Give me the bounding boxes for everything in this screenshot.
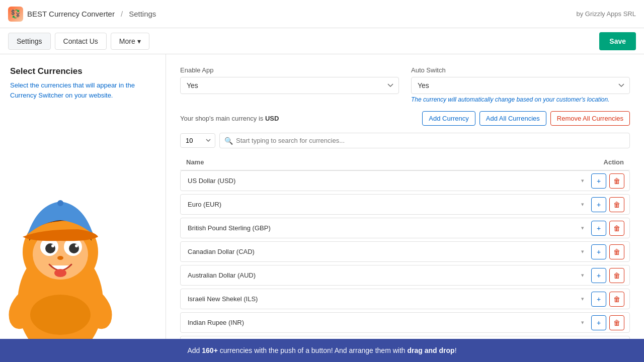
settings-nav-label: Settings (17, 37, 42, 45)
chevron-down-icon: ▾ (581, 296, 584, 302)
breadcrumb-current: Settings (129, 10, 156, 18)
search-input[interactable] (219, 133, 630, 148)
currency-action-cell: + 🗑 (591, 244, 629, 259)
add-currency-row-button[interactable]: + (591, 197, 606, 212)
table-header: Name Action (180, 154, 630, 170)
col-action-header: Action (604, 158, 624, 166)
table-row: Australian Dollar (AUD) ▾ + 🗑 (180, 265, 630, 286)
auto-switch-label: Auto Switch (411, 66, 630, 74)
currency-name-text: British Pound Sterling (GBP) (188, 224, 271, 232)
table-row: US Dollar (USD) ▾ + 🗑 (180, 170, 630, 191)
app-author: by Grizzly Apps SRL (577, 10, 636, 18)
currency-name-cell[interactable]: Israeli New Shekel (ILS) ▾ (181, 289, 591, 309)
mascot-svg (0, 166, 126, 339)
currency-action-cell: + 🗑 (591, 197, 629, 212)
add-currency-row-button[interactable]: + (591, 173, 606, 189)
search-icon: 🔍 (224, 137, 233, 145)
auto-switch-group: Auto Switch Yes No The currency will aut… (411, 66, 630, 103)
add-currency-row-button[interactable]: + (591, 339, 606, 339)
add-currency-button[interactable]: Add Currency (422, 111, 475, 126)
app-logo: 💱 (8, 7, 23, 22)
svg-point-7 (51, 244, 54, 247)
table-row: British Pound Sterling (GBP) ▾ + 🗑 (180, 218, 630, 238)
delete-currency-row-button[interactable]: 🗑 (609, 339, 624, 339)
chevron-down-icon: ▾ (137, 37, 141, 45)
currency-list: US Dollar (USD) ▾ + 🗑 Euro (EUR) ▾ + 🗑 B… (180, 170, 630, 339)
nav-bar: Settings Contact Us More ▾ Save (0, 28, 644, 54)
svg-point-8 (75, 244, 78, 247)
auto-switch-note: The currency will automatically change b… (411, 96, 630, 103)
chevron-down-icon: ▾ (581, 225, 584, 231)
chevron-down-icon: ▾ (581, 319, 584, 326)
app-name: BEST Currency Converter (27, 10, 115, 18)
currency-name-cell[interactable]: Australian Dollar (AUD) ▾ (181, 265, 591, 285)
currency-name-text: Australian Dollar (AUD) (188, 272, 256, 279)
currency-name-cell[interactable]: Euro (EUR) ▾ (181, 195, 591, 214)
main-content: Enable App Yes No Auto Switch Yes No The… (166, 54, 644, 339)
svg-point-12 (30, 295, 91, 335)
currency-name-cell[interactable]: Bitcoin (BTC) ▾ (181, 336, 591, 339)
save-button[interactable]: Save (599, 32, 636, 50)
banner-end: ! (455, 346, 457, 354)
currency-name-cell[interactable]: British Pound Sterling (GBP) ▾ (181, 218, 591, 238)
add-currency-row-button[interactable]: + (591, 315, 606, 330)
enable-app-select[interactable]: Yes No (180, 77, 399, 94)
currency-name-cell[interactable]: US Dollar (USD) ▾ (181, 171, 591, 191)
add-currency-row-button[interactable]: + (591, 268, 606, 283)
svg-point-9 (57, 256, 63, 260)
banner-drag: drag and drop (408, 346, 455, 354)
top-bar: 💱 BEST Currency Converter / Settings by … (0, 0, 644, 28)
svg-point-11 (57, 200, 63, 206)
currency-name-cell[interactable]: Canadian Dollar (CAD) ▾ (181, 242, 591, 261)
chevron-down-icon: ▾ (581, 201, 584, 208)
mascot-illustration (0, 166, 146, 339)
auto-switch-select[interactable]: Yes No (411, 77, 630, 94)
chevron-down-icon: ▾ (581, 177, 584, 184)
currency-action-cell: + 🗑 (591, 268, 629, 283)
currency-name-text: Canadian Dollar (CAD) (188, 248, 255, 255)
more-nav-label: More (119, 37, 135, 45)
table-row: Indian Rupee (INR) ▾ + 🗑 (180, 312, 630, 333)
table-row: Israeli New Shekel (ILS) ▾ + 🗑 (180, 289, 630, 309)
per-page-select[interactable]: 10 25 50 (180, 133, 215, 148)
main-currency-code: USD (265, 115, 279, 122)
sidebar-title: Select Currencies (10, 66, 155, 76)
main-currency-text: Your shop's main currency is USD (180, 115, 279, 122)
table-row: Euro (EUR) ▾ + 🗑 (180, 194, 630, 215)
delete-currency-row-button[interactable]: 🗑 (609, 173, 624, 189)
currency-name-text: US Dollar (USD) (188, 177, 235, 185)
banner-text: Add 160+ currencies with the push of a b… (187, 346, 456, 354)
sidebar: Select Currencies Select the currencies … (0, 54, 166, 339)
more-nav-button[interactable]: More ▾ (111, 33, 149, 50)
settings-nav-button[interactable]: Settings (8, 33, 51, 50)
currency-action-cell: + 🗑 (591, 339, 629, 339)
delete-currency-row-button[interactable]: 🗑 (609, 244, 624, 259)
currency-action-cell: + 🗑 (591, 315, 629, 330)
delete-currency-row-button[interactable]: 🗑 (609, 221, 624, 236)
main-layout: Select Currencies Select the currencies … (0, 54, 644, 339)
enable-app-label: Enable App (180, 66, 399, 74)
contact-us-nav-button[interactable]: Contact Us (55, 33, 107, 50)
chevron-down-icon: ▾ (581, 248, 584, 255)
currency-name-text: Israeli New Shekel (ILS) (188, 295, 258, 303)
add-currency-row-button[interactable]: + (591, 244, 606, 259)
delete-currency-row-button[interactable]: 🗑 (609, 197, 624, 212)
currency-action-cell: + 🗑 (591, 221, 629, 236)
add-all-currencies-button[interactable]: Add All Currencies (479, 111, 546, 126)
add-currency-row-button[interactable]: + (591, 221, 606, 236)
sidebar-description: Select the currencies that will appear i… (10, 80, 155, 100)
bottom-banner: Add 160+ currencies with the push of a b… (0, 339, 644, 362)
delete-currency-row-button[interactable]: 🗑 (609, 268, 624, 283)
delete-currency-row-button[interactable]: 🗑 (609, 315, 624, 330)
banner-mid: currencies with the push of a button! An… (218, 346, 408, 354)
currency-name-cell[interactable]: Indian Rupee (INR) ▾ (181, 313, 591, 332)
currency-action-cell: + 🗑 (591, 173, 629, 189)
currency-header: Your shop's main currency is USD Add Cur… (180, 111, 630, 126)
remove-all-currencies-button[interactable]: Remove All Currencies (550, 111, 630, 126)
app-logo-icon: 💱 (11, 9, 21, 19)
currency-action-buttons: Add Currency Add All Currencies Remove A… (422, 111, 630, 126)
enable-app-group: Enable App Yes No (180, 66, 399, 103)
add-currency-row-button[interactable]: + (591, 292, 606, 307)
search-input-wrap: 🔍 (219, 133, 630, 148)
delete-currency-row-button[interactable]: 🗑 (609, 292, 624, 307)
